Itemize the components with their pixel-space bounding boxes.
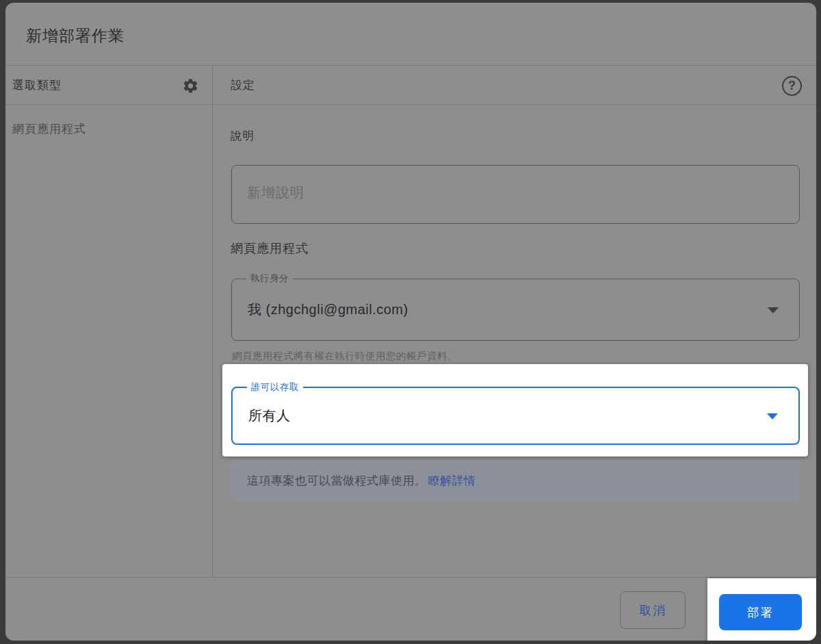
sidebar-divider: [212, 66, 213, 577]
who-has-access-label: 誰可以存取: [247, 381, 303, 394]
sidebar-item-web-app[interactable]: 網頁應用程式: [12, 121, 86, 137]
who-has-access-value: 所有人: [233, 407, 291, 425]
deploy-button[interactable]: 部署: [719, 594, 802, 630]
learn-more-link[interactable]: 瞭解詳情: [428, 473, 476, 489]
execute-as-label: 執行身分: [246, 272, 293, 285]
library-info-text: 這項專案也可以當做程式庫使用。: [247, 473, 427, 489]
title-divider: [5, 65, 816, 66]
select-type-header: 選取類型: [12, 77, 62, 93]
description-label: 說明: [231, 129, 255, 144]
library-info-box: 這項專案也可以當做程式庫使用。 瞭解詳情: [231, 460, 800, 501]
new-deployment-dialog: 新增部署作業 選取類型 設定 ? 網頁應用程式 說明 網頁應用程式 執行身分 我…: [5, 3, 816, 641]
dialog-title: 新增部署作業: [26, 25, 125, 47]
settings-header: 設定: [231, 77, 255, 93]
who-has-access-select[interactable]: 誰可以存取 所有人: [231, 387, 800, 445]
header-divider: [5, 104, 816, 105]
cancel-button[interactable]: 取消: [620, 591, 686, 629]
footer-divider: [5, 577, 816, 578]
execute-as-value: 我 (zhgchgli@gmail.com): [232, 300, 408, 319]
execute-as-helper: 網頁應用程式將有權在執行時使用您的帳戶資料。: [232, 350, 458, 363]
web-app-section-label: 網頁應用程式: [231, 240, 309, 257]
execute-as-select[interactable]: 執行身分 我 (zhgchgli@gmail.com): [231, 279, 800, 341]
chevron-down-icon: [768, 307, 779, 313]
chevron-down-icon: [767, 413, 778, 420]
screen-backdrop: 新增部署作業 選取類型 設定 ? 網頁應用程式 說明 網頁應用程式 執行身分 我…: [0, 0, 821, 644]
gear-icon[interactable]: [182, 77, 199, 94]
deploy-spotlight-highlight: 部署: [707, 578, 816, 641]
help-icon[interactable]: ?: [782, 76, 802, 96]
access-spotlight-highlight: 誰可以存取 所有人: [222, 364, 808, 456]
description-input[interactable]: [231, 165, 800, 224]
